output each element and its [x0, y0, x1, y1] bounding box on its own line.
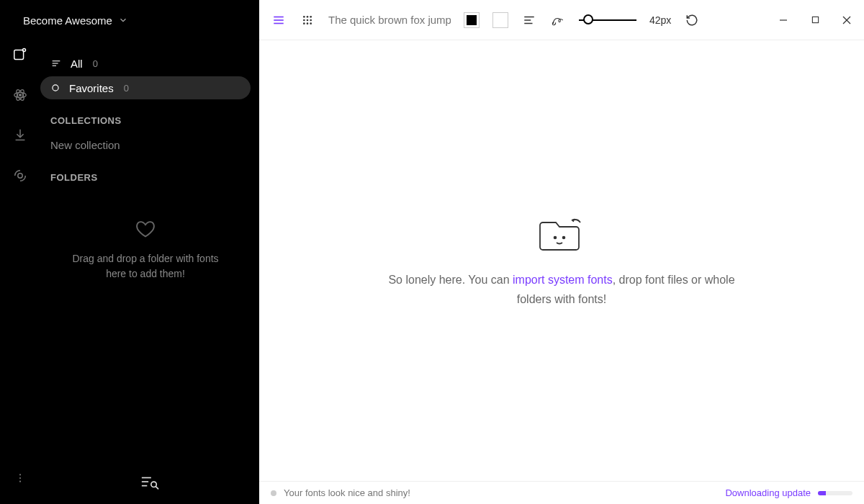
svg-point-8: [19, 477, 21, 479]
svg-point-29: [307, 22, 309, 24]
main-pane: 42px So lonely here. You can import syst…: [259, 0, 864, 504]
sidebar-item-label: All: [71, 58, 83, 70]
import-system-fonts-link[interactable]: import system fonts: [513, 274, 613, 286]
svg-point-28: [303, 22, 305, 24]
size-label: 42px: [649, 14, 671, 26]
svg-point-39: [563, 236, 565, 238]
ligatures-icon[interactable]: [550, 12, 566, 28]
svg-rect-35: [812, 17, 818, 22]
status-dot-icon: [271, 490, 276, 496]
sidebar-item-all[interactable]: All 0: [40, 52, 251, 75]
update-progress: [818, 491, 852, 495]
minimize-button[interactable]: [778, 14, 789, 26]
status-message: Your fonts look nice and shiny!: [284, 487, 410, 498]
preview-text-input[interactable]: [328, 14, 451, 26]
sidebar-item-favorites[interactable]: Favorites 0: [40, 76, 251, 99]
empty-prefix: So lonely here. You can: [388, 274, 513, 286]
svg-point-30: [310, 22, 312, 24]
empty-folders-text: Drag and drop a folder with fonts here t…: [62, 251, 229, 281]
sidebar: Become Awesome All 0 Favorites 0 COLLECT…: [0, 0, 259, 504]
svg-point-5: [19, 94, 22, 96]
svg-point-27: [310, 19, 312, 21]
workspace-switcher[interactable]: Become Awesome: [12, 14, 128, 27]
empty-folders-hint: Drag and drop a folder with fonts here t…: [40, 219, 251, 281]
toolbar: 42px: [259, 0, 864, 40]
svg-point-9: [19, 481, 21, 482]
svg-point-26: [307, 19, 309, 21]
empty-state-message: So lonely here. You can import system fo…: [374, 270, 749, 309]
svg-point-23: [307, 16, 309, 18]
svg-point-24: [310, 16, 312, 18]
icon-rail: [0, 0, 40, 504]
svg-rect-0: [14, 50, 24, 60]
collections-header: COLLECTIONS: [50, 115, 251, 126]
empty-state: So lonely here. You can import system fo…: [259, 40, 864, 481]
fonts-icon[interactable]: [12, 46, 29, 63]
workspace-title: Become Awesome: [23, 14, 112, 27]
count-badge: 0: [124, 83, 129, 94]
close-button[interactable]: [841, 14, 852, 26]
view-grid-icon[interactable]: [300, 12, 315, 28]
sidebar-item-label: Favorites: [69, 82, 114, 94]
import-icon[interactable]: [12, 127, 29, 144]
radar-icon[interactable]: [12, 167, 29, 184]
align-icon[interactable]: [521, 12, 537, 28]
more-icon[interactable]: [12, 469, 29, 487]
chevron-down-icon: [118, 15, 128, 25]
svg-point-22: [303, 16, 305, 18]
reset-icon[interactable]: [684, 12, 700, 28]
list-icon: [50, 58, 62, 69]
count-badge: 0: [93, 58, 98, 69]
svg-point-17: [151, 482, 156, 487]
search-button[interactable]: [40, 474, 259, 491]
window-controls: [778, 14, 852, 26]
svg-point-1: [22, 49, 25, 52]
circle-icon: [50, 83, 60, 93]
empty-folder-icon: [539, 212, 585, 253]
text-color-swatch[interactable]: [464, 12, 480, 28]
sidebar-main: Become Awesome All 0 Favorites 0 COLLECT…: [40, 0, 259, 504]
svg-point-25: [303, 19, 305, 21]
svg-point-38: [554, 236, 557, 238]
folders-header: FOLDERS: [50, 172, 251, 183]
svg-point-13: [53, 85, 58, 91]
update-label[interactable]: Downloading update: [725, 487, 811, 498]
maximize-button[interactable]: [809, 14, 821, 26]
svg-point-6: [18, 174, 22, 178]
view-list-icon[interactable]: [271, 12, 287, 28]
size-slider[interactable]: [579, 12, 636, 28]
search-list-icon: [140, 474, 159, 491]
background-color-swatch[interactable]: [492, 12, 508, 28]
heart-icon: [135, 219, 156, 239]
svg-point-7: [19, 474, 21, 475]
atom-icon[interactable]: [12, 86, 29, 104]
statusbar: Your fonts look nice and shiny! Download…: [259, 481, 864, 504]
svg-line-18: [156, 487, 158, 490]
new-collection-button[interactable]: New collection: [40, 133, 251, 156]
